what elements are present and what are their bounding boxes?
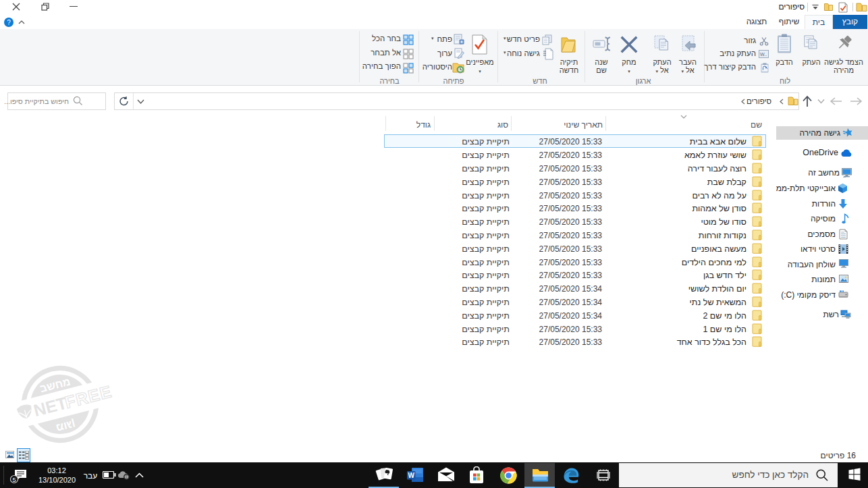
svg-text:?: ? (7, 19, 11, 26)
svg-text:5: 5 (12, 477, 16, 483)
svg-text:W..: W.. (760, 52, 767, 57)
svg-text:W: W (408, 472, 414, 479)
